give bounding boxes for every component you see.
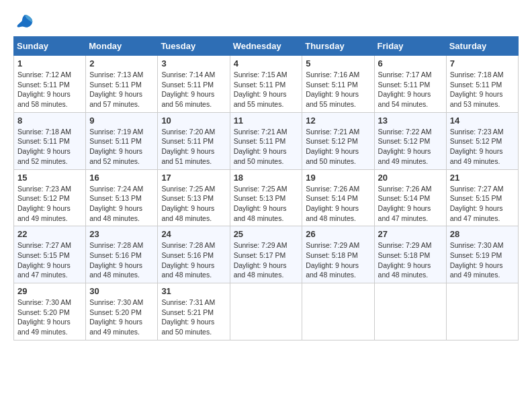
calendar-week-2: 8 Sunrise: 7:18 AMSunset: 5:11 PMDayligh… xyxy=(14,112,519,169)
day-info: Sunrise: 7:30 AMSunset: 5:19 PMDaylight:… xyxy=(450,241,504,279)
day-number: 13 xyxy=(378,116,443,126)
day-info: Sunrise: 7:27 AMSunset: 5:15 PMDaylight:… xyxy=(17,241,71,279)
calendar-header-row: SundayMondayTuesdayWednesdayThursdayFrid… xyxy=(14,37,519,56)
logo xyxy=(13,13,35,30)
day-info: Sunrise: 7:17 AMSunset: 5:11 PMDaylight:… xyxy=(378,71,432,108)
day-info: Sunrise: 7:22 AMSunset: 5:12 PMDaylight:… xyxy=(378,128,432,165)
day-info: Sunrise: 7:18 AMSunset: 5:11 PMDaylight:… xyxy=(450,71,504,108)
day-number: 18 xyxy=(234,173,299,183)
day-info: Sunrise: 7:21 AMSunset: 5:11 PMDaylight:… xyxy=(234,128,287,165)
calendar-day-10: 10 Sunrise: 7:20 AMSunset: 5:11 PMDaylig… xyxy=(158,112,230,169)
day-number: 4 xyxy=(234,58,299,68)
day-number: 15 xyxy=(17,173,82,183)
calendar-day-3: 3 Sunrise: 7:14 AMSunset: 5:11 PMDayligh… xyxy=(158,56,230,113)
calendar-header-monday: Monday xyxy=(86,37,158,56)
day-number: 7 xyxy=(450,58,515,68)
empty-cell xyxy=(374,283,446,340)
calendar-header-tuesday: Tuesday xyxy=(158,37,230,56)
day-number: 5 xyxy=(306,58,370,68)
day-number: 31 xyxy=(161,286,226,296)
day-info: Sunrise: 7:25 AMSunset: 5:13 PMDaylight:… xyxy=(234,185,287,222)
day-number: 23 xyxy=(89,229,154,239)
day-number: 21 xyxy=(450,173,515,183)
day-number: 29 xyxy=(17,286,82,296)
day-info: Sunrise: 7:26 AMSunset: 5:14 PMDaylight:… xyxy=(306,185,359,222)
calendar-day-13: 13 Sunrise: 7:22 AMSunset: 5:12 PMDaylig… xyxy=(374,112,446,169)
calendar-day-18: 18 Sunrise: 7:25 AMSunset: 5:13 PMDaylig… xyxy=(230,169,302,226)
day-number: 8 xyxy=(17,116,82,126)
empty-cell xyxy=(446,283,518,340)
day-info: Sunrise: 7:27 AMSunset: 5:15 PMDaylight:… xyxy=(450,185,504,222)
calendar-day-29: 29 Sunrise: 7:30 AMSunset: 5:20 PMDaylig… xyxy=(14,283,86,340)
day-info: Sunrise: 7:26 AMSunset: 5:14 PMDaylight:… xyxy=(378,185,432,222)
day-info: Sunrise: 7:23 AMSunset: 5:12 PMDaylight:… xyxy=(17,185,71,222)
day-info: Sunrise: 7:19 AMSunset: 5:11 PMDaylight:… xyxy=(89,128,143,165)
calendar-week-5: 29 Sunrise: 7:30 AMSunset: 5:20 PMDaylig… xyxy=(14,283,519,340)
empty-cell xyxy=(230,283,302,340)
day-info: Sunrise: 7:23 AMSunset: 5:12 PMDaylight:… xyxy=(450,128,504,165)
day-number: 17 xyxy=(161,173,226,183)
day-info: Sunrise: 7:30 AMSunset: 5:20 PMDaylight:… xyxy=(17,298,71,336)
calendar-header-thursday: Thursday xyxy=(302,37,374,56)
day-number: 28 xyxy=(450,229,515,239)
day-number: 26 xyxy=(306,229,370,239)
day-info: Sunrise: 7:21 AMSunset: 5:12 PMDaylight:… xyxy=(306,128,359,165)
day-info: Sunrise: 7:30 AMSunset: 5:20 PMDaylight:… xyxy=(89,298,143,336)
calendar-day-15: 15 Sunrise: 7:23 AMSunset: 5:12 PMDaylig… xyxy=(14,169,86,226)
calendar-week-3: 15 Sunrise: 7:23 AMSunset: 5:12 PMDaylig… xyxy=(14,169,519,226)
calendar-day-8: 8 Sunrise: 7:18 AMSunset: 5:11 PMDayligh… xyxy=(14,112,86,169)
page-header xyxy=(13,13,519,30)
day-number: 9 xyxy=(89,116,154,126)
day-number: 27 xyxy=(378,229,443,239)
day-number: 25 xyxy=(234,229,299,239)
calendar-day-23: 23 Sunrise: 7:28 AMSunset: 5:16 PMDaylig… xyxy=(86,226,158,283)
day-info: Sunrise: 7:28 AMSunset: 5:16 PMDaylight:… xyxy=(89,241,143,279)
day-info: Sunrise: 7:29 AMSunset: 5:18 PMDaylight:… xyxy=(378,241,432,279)
day-number: 22 xyxy=(17,229,82,239)
day-info: Sunrise: 7:14 AMSunset: 5:11 PMDaylight:… xyxy=(161,71,215,108)
calendar-day-16: 16 Sunrise: 7:24 AMSunset: 5:13 PMDaylig… xyxy=(86,169,158,226)
day-number: 10 xyxy=(161,116,226,126)
calendar-day-9: 9 Sunrise: 7:19 AMSunset: 5:11 PMDayligh… xyxy=(86,112,158,169)
calendar-day-1: 1 Sunrise: 7:12 AMSunset: 5:11 PMDayligh… xyxy=(14,56,86,113)
day-info: Sunrise: 7:31 AMSunset: 5:21 PMDaylight:… xyxy=(161,298,215,336)
day-info: Sunrise: 7:20 AMSunset: 5:11 PMDaylight:… xyxy=(161,128,215,165)
day-info: Sunrise: 7:13 AMSunset: 5:11 PMDaylight:… xyxy=(89,71,143,108)
day-number: 11 xyxy=(234,116,299,126)
day-number: 3 xyxy=(161,58,226,68)
day-info: Sunrise: 7:29 AMSunset: 5:18 PMDaylight:… xyxy=(306,241,359,279)
day-number: 19 xyxy=(306,173,370,183)
calendar-day-6: 6 Sunrise: 7:17 AMSunset: 5:11 PMDayligh… xyxy=(374,56,446,113)
calendar-header-friday: Friday xyxy=(374,37,446,56)
calendar-table: SundayMondayTuesdayWednesdayThursdayFrid… xyxy=(13,36,519,340)
day-number: 2 xyxy=(89,58,154,68)
day-info: Sunrise: 7:24 AMSunset: 5:13 PMDaylight:… xyxy=(89,185,143,222)
day-number: 14 xyxy=(450,116,515,126)
day-info: Sunrise: 7:28 AMSunset: 5:16 PMDaylight:… xyxy=(161,241,215,279)
day-number: 24 xyxy=(161,229,226,239)
calendar-day-27: 27 Sunrise: 7:29 AMSunset: 5:18 PMDaylig… xyxy=(374,226,446,283)
logo-bird-icon xyxy=(15,13,35,30)
calendar-day-22: 22 Sunrise: 7:27 AMSunset: 5:15 PMDaylig… xyxy=(14,226,86,283)
day-number: 16 xyxy=(89,173,154,183)
calendar-day-2: 2 Sunrise: 7:13 AMSunset: 5:11 PMDayligh… xyxy=(86,56,158,113)
calendar-day-20: 20 Sunrise: 7:26 AMSunset: 5:14 PMDaylig… xyxy=(374,169,446,226)
calendar-day-28: 28 Sunrise: 7:30 AMSunset: 5:19 PMDaylig… xyxy=(446,226,518,283)
calendar-day-7: 7 Sunrise: 7:18 AMSunset: 5:11 PMDayligh… xyxy=(446,56,518,113)
calendar-day-31: 31 Sunrise: 7:31 AMSunset: 5:21 PMDaylig… xyxy=(158,283,230,340)
calendar-header-wednesday: Wednesday xyxy=(230,37,302,56)
day-info: Sunrise: 7:29 AMSunset: 5:17 PMDaylight:… xyxy=(234,241,287,279)
day-number: 12 xyxy=(306,116,370,126)
calendar-week-1: 1 Sunrise: 7:12 AMSunset: 5:11 PMDayligh… xyxy=(14,56,519,113)
calendar-day-12: 12 Sunrise: 7:21 AMSunset: 5:12 PMDaylig… xyxy=(302,112,374,169)
day-info: Sunrise: 7:12 AMSunset: 5:11 PMDaylight:… xyxy=(17,71,71,108)
day-number: 30 xyxy=(89,286,154,296)
calendar-week-4: 22 Sunrise: 7:27 AMSunset: 5:15 PMDaylig… xyxy=(14,226,519,283)
calendar-day-5: 5 Sunrise: 7:16 AMSunset: 5:11 PMDayligh… xyxy=(302,56,374,113)
day-info: Sunrise: 7:25 AMSunset: 5:13 PMDaylight:… xyxy=(161,185,215,222)
calendar-day-21: 21 Sunrise: 7:27 AMSunset: 5:15 PMDaylig… xyxy=(446,169,518,226)
calendar-day-4: 4 Sunrise: 7:15 AMSunset: 5:11 PMDayligh… xyxy=(230,56,302,113)
day-number: 1 xyxy=(17,58,82,68)
calendar-header-saturday: Saturday xyxy=(446,37,518,56)
calendar-day-19: 19 Sunrise: 7:26 AMSunset: 5:14 PMDaylig… xyxy=(302,169,374,226)
